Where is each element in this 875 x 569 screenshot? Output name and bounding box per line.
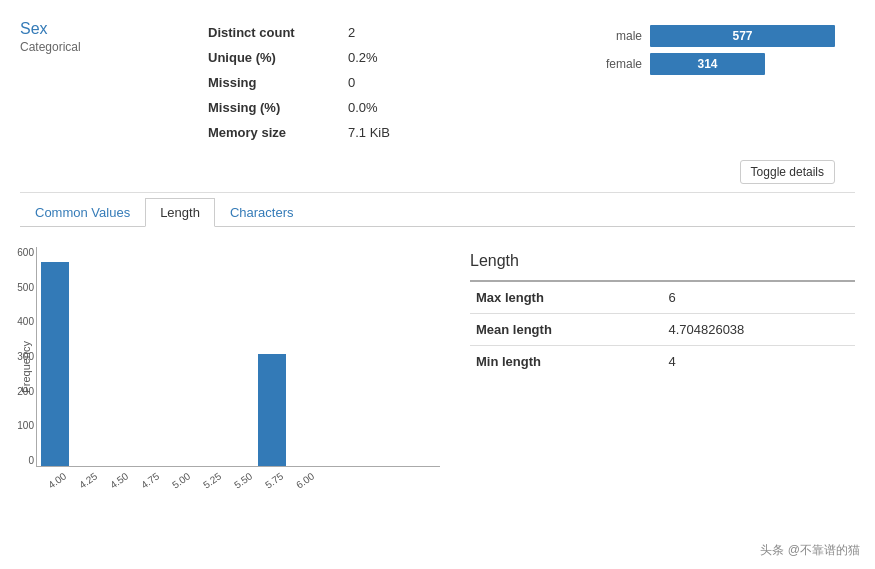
length-label: Mean length [470, 314, 662, 346]
stats-value: 7.1 KiB [340, 120, 500, 145]
x-axis-label: 6.00 [291, 468, 320, 493]
watermark: 头条 @不靠谱的猫 [760, 542, 860, 559]
y-axis-label: 300 [0, 351, 34, 362]
x-axis-label: 4.00 [43, 468, 72, 493]
tab-characters[interactable]: Characters [215, 198, 309, 227]
stats-value: 0 [340, 70, 500, 95]
vertical-chart: Frequency 0100200300400500600 4.004.254.… [20, 247, 440, 487]
x-axis-label: 4.75 [136, 468, 165, 493]
stats-row: Missing0 [200, 70, 500, 95]
length-row: Max length 6 [470, 281, 855, 314]
hbar-row: male 577 [592, 25, 835, 47]
length-stats-panel: Length Max length 6 Mean length 4.704826… [470, 247, 855, 487]
length-title: Length [470, 252, 855, 270]
length-value: 4.704826038 [662, 314, 855, 346]
y-axis-label: 500 [0, 282, 34, 293]
hbar-label: female [592, 57, 642, 71]
stats-table: Distinct count2Unique (%)0.2%Missing0Mis… [200, 20, 500, 145]
tab-length[interactable]: Length [145, 198, 215, 227]
x-axis-label: 5.25 [198, 468, 227, 493]
tab-common-values[interactable]: Common Values [20, 198, 145, 227]
stats-row: Distinct count2 [200, 20, 500, 45]
stats-value: 0.2% [340, 45, 500, 70]
field-type: Categorical [20, 40, 200, 54]
stats-label: Memory size [200, 120, 340, 145]
stats-label: Distinct count [200, 20, 340, 45]
hbar-label: male [592, 29, 642, 43]
stats-label: Unique (%) [200, 45, 340, 70]
field-name: Sex [20, 20, 200, 38]
vbar [41, 262, 69, 466]
y-axis-label: 400 [0, 316, 34, 327]
stats-row: Missing (%)0.0% [200, 95, 500, 120]
stats-value: 2 [340, 20, 500, 45]
hbar-fill: 577 [650, 25, 835, 47]
x-axis-label: 4.50 [105, 468, 134, 493]
x-axis-label: 5.00 [167, 468, 196, 493]
length-row: Min length 4 [470, 346, 855, 378]
hbar-fill: 314 [650, 53, 765, 75]
vbar [258, 354, 286, 466]
y-axis-label: 600 [0, 247, 34, 258]
horizontal-bar-chart: male 577 female 314 [500, 20, 855, 145]
y-axis-label: 0 [0, 455, 34, 466]
stats-row: Unique (%)0.2% [200, 45, 500, 70]
x-axis-label: 4.25 [74, 468, 103, 493]
toggle-details-button[interactable]: Toggle details [740, 160, 835, 184]
stats-label: Missing (%) [200, 95, 340, 120]
tabs-row: Common ValuesLengthCharacters [20, 198, 855, 227]
length-value: 6 [662, 281, 855, 314]
length-label: Min length [470, 346, 662, 378]
y-axis-label: 100 [0, 420, 34, 431]
stats-value: 0.0% [340, 95, 500, 120]
y-axis-label: 200 [0, 386, 34, 397]
length-row: Mean length 4.704826038 [470, 314, 855, 346]
length-value: 4 [662, 346, 855, 378]
x-axis-label: 5.50 [229, 468, 258, 493]
stats-row: Memory size7.1 KiB [200, 120, 500, 145]
x-axis-label: 5.75 [260, 468, 289, 493]
length-label: Max length [470, 281, 662, 314]
hbar-row: female 314 [592, 53, 835, 75]
stats-label: Missing [200, 70, 340, 95]
